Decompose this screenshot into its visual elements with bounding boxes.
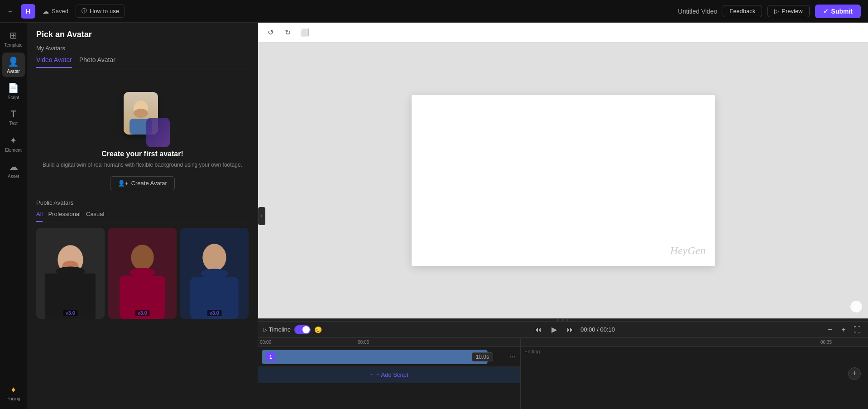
preview-button[interactable]: ▷ Preview: [767, 5, 809, 17]
feedback-button[interactable]: Feedback: [723, 5, 762, 17]
sidebar-item-element[interactable]: ✦ Element: [2, 131, 25, 156]
video-avatar-tab-label: Video Avatar: [36, 56, 72, 63]
public-avatars-label: Public Avatars: [36, 199, 249, 206]
submit-label: Submit: [831, 8, 853, 15]
total-time: 00:10: [600, 326, 615, 333]
fullscreen-icon: ⛶: [854, 326, 861, 334]
ending-label: Ending: [521, 347, 543, 356]
track-more-button-1[interactable]: ···: [510, 353, 516, 361]
svg-point-7: [56, 267, 85, 276]
avatar-filters: All Professional Casual: [36, 211, 249, 222]
filter-professional[interactable]: Professional: [48, 211, 81, 222]
icon-sidebar: ⊞ Template 👤 Avatar 📄 Script T Text ✦ El…: [0, 23, 27, 409]
filter-casual[interactable]: Casual: [86, 211, 104, 222]
timeline-time: 00:00 / 00:10: [580, 326, 615, 333]
svg-point-11: [129, 268, 155, 277]
sidebar-item-script[interactable]: 📄 Script: [2, 79, 25, 103]
zoom-out-button[interactable]: −: [825, 324, 835, 335]
create-avatar-subtitle: Build a digital twin of real humans with…: [43, 161, 242, 169]
submit-button[interactable]: ✓ Submit: [815, 5, 861, 18]
create-avatar-button[interactable]: 👤+ Create Avatar: [110, 176, 175, 190]
sidebar-item-text[interactable]: T Text: [2, 105, 25, 130]
avatar-card-3[interactable]: v3.0: [180, 228, 249, 319]
skip-back-button[interactable]: ⏮: [532, 323, 544, 336]
canvas-area: ↺ ↻ ⬜ HeyGen ⊕: [258, 23, 868, 318]
play-icon: ▶: [551, 325, 557, 334]
redo-button[interactable]: ↻: [281, 26, 294, 39]
avatar-illustration: [115, 88, 170, 143]
main-area: ⊞ Template 👤 Avatar 📄 Script T Text ✦ El…: [0, 23, 868, 409]
screen-icon: ⬜: [300, 28, 309, 37]
sidebar-item-asset[interactable]: ☁ Asset: [2, 158, 25, 182]
pricing-item[interactable]: ♦ Pricing: [2, 381, 25, 405]
redo-icon: ↻: [285, 28, 291, 37]
sidebar-label-asset: Asset: [8, 174, 19, 179]
pricing-label: Pricing: [6, 396, 20, 401]
how-to-use-button[interactable]: ⓘ How to use: [76, 5, 125, 18]
svg-point-15: [201, 269, 228, 278]
avatar-tabs: Video Avatar Photo Avatar: [36, 56, 249, 68]
canvas-viewport[interactable]: HeyGen ⊕: [258, 43, 868, 318]
avatar-card-1[interactable]: v3.0: [36, 228, 105, 319]
track-block-1[interactable]: 1: [262, 350, 488, 364]
sidebar-label-text: Text: [9, 121, 17, 126]
zoom-indicator[interactable]: ⊕: [850, 300, 863, 313]
back-button[interactable]: ←: [7, 8, 14, 15]
element-icon: ✦: [10, 135, 17, 146]
sidebar-label-script: Script: [8, 95, 19, 100]
fullscreen-button[interactable]: ⛶: [852, 324, 863, 335]
timeline-toggle[interactable]: [294, 325, 311, 334]
zoom-in-button[interactable]: +: [838, 324, 849, 335]
add-script-row[interactable]: + + Add Script: [258, 367, 520, 383]
filter-all-label: All: [36, 211, 43, 217]
avatar-icon: 👤: [8, 56, 19, 67]
undo-button[interactable]: ↺: [264, 26, 277, 39]
cloud-icon: ☁: [43, 8, 49, 15]
tab-video-avatar[interactable]: Video Avatar: [36, 56, 72, 68]
template-icon: ⊞: [10, 30, 17, 41]
sidebar-item-template[interactable]: ⊞ Template: [2, 26, 25, 51]
ending-area: Ending: [521, 347, 868, 383]
timeline-left-controls: ▷ Timeline 😊: [264, 325, 322, 334]
timeline-ruler-right: 00:35: [521, 338, 868, 347]
chevron-left-icon: ‹: [261, 213, 262, 218]
screen-size-button[interactable]: ⬜: [298, 26, 312, 39]
avatar-version-2: v3.0: [135, 310, 150, 316]
help-icon: ⓘ: [82, 7, 87, 15]
logo-text: H: [26, 8, 30, 15]
current-time: 00:00: [580, 326, 595, 333]
sidebar-label-avatar: Avatar: [7, 69, 20, 74]
zoom-out-icon: −: [828, 326, 832, 334]
svg-point-9: [131, 245, 153, 270]
panel-collapse-button[interactable]: ‹: [258, 207, 265, 225]
ruler-mark-1: 00:05: [358, 340, 369, 345]
skip-forward-icon: ⏭: [567, 326, 574, 334]
avatar-image-2: [108, 228, 177, 319]
preview-label: Preview: [782, 8, 802, 14]
timeline-ruler: 00:00 00:05: [258, 338, 520, 347]
tab-photo-avatar[interactable]: Photo Avatar: [79, 56, 115, 68]
diamond-icon: ♦: [11, 385, 15, 395]
track-duration-1: 10.0s: [472, 352, 493, 361]
avatar-card-2[interactable]: v3.0: [108, 228, 177, 319]
zoom-icon: ⊕: [854, 303, 858, 310]
skip-forward-button[interactable]: ⏭: [564, 323, 577, 336]
plus-icon: +: [370, 371, 374, 378]
more-icon: ···: [510, 353, 516, 361]
ruler-mark-end: 00:35: [820, 340, 832, 345]
feedback-label: Feedback: [729, 8, 755, 14]
filter-all[interactable]: All: [36, 211, 43, 222]
timeline-playback-controls: ⏮ ▶ ⏭ 00:00 / 00:10: [532, 323, 615, 336]
timeline-zoom-controls: − + ⛶: [825, 324, 863, 335]
logo: H: [21, 4, 35, 19]
sidebar-item-avatar[interactable]: 👤 Avatar: [2, 53, 25, 77]
timeline-tracks: 00:00 00:05 1 10.0s ···: [258, 338, 521, 409]
ruler-mark-0: 00:00: [260, 340, 271, 345]
svg-point-1: [134, 109, 148, 118]
undo-icon: ↺: [268, 28, 273, 37]
my-avatars-section: My Avatars Video Avatar Photo Avatar: [27, 45, 258, 79]
nav-left: ← H ☁ Saved ⓘ How to use: [7, 4, 125, 19]
watermark: HeyGen: [670, 245, 706, 257]
play-button[interactable]: ▶: [548, 323, 561, 336]
add-scene-button[interactable]: +: [848, 367, 861, 380]
